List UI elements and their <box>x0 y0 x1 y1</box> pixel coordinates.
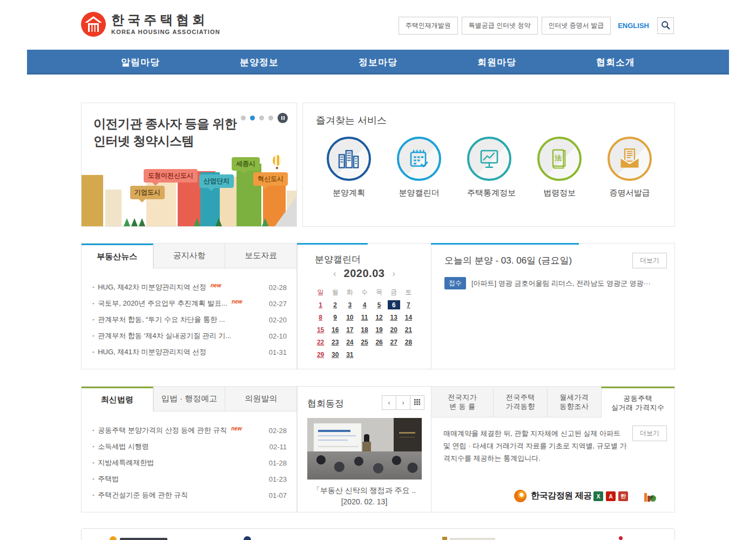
hero-carousel[interactable]: 이전기관 종사자 등을 위한 인터넷 청약시스템 <box>81 103 297 227</box>
tab-monthly-rent-survey[interactable]: 월세가격 동향조사 <box>547 387 601 417</box>
news-item-title[interactable]: 관계부처 합동, “투기 수요 차단을 통한 ... <box>92 315 225 325</box>
law-item-title[interactable]: 지방세특례제한법 <box>92 458 154 468</box>
utility-link-hrd[interactable]: 주택인재개발원 <box>399 17 458 35</box>
tab-member-proposals[interactable]: 의원발의 <box>225 387 296 411</box>
calendar-day[interactable]: 4 <box>359 300 369 309</box>
calendar-day[interactable]: 21 <box>403 325 414 334</box>
calendar-day[interactable]: 7 <box>403 300 414 309</box>
calendar-day[interactable]: 13 <box>389 313 399 322</box>
calendar-day[interactable]: 2 <box>330 300 340 309</box>
calendar-day[interactable]: 11 <box>359 313 369 322</box>
association-grid-button[interactable] <box>410 395 424 410</box>
news-item[interactable]: 관계부처 합동, “투기 수요 차단을 통한 ... 02-20 <box>92 312 287 328</box>
calendar-day[interactable]: 15 <box>315 325 326 334</box>
partner-logo[interactable] <box>442 536 495 540</box>
carousel-dot-4[interactable] <box>268 116 273 120</box>
excel-icon[interactable]: X <box>593 491 603 501</box>
tab-legislation-notice[interactable]: 입법 · 행정예고 <box>153 387 225 411</box>
calendar-day-selected[interactable]: 6 <box>388 300 400 309</box>
news-item-title[interactable]: 관계부처 합동 ‘제4차 실내공기질 관리 기... <box>92 331 231 341</box>
chart-stats-icon[interactable] <box>644 491 656 502</box>
calendar-day[interactable]: 31 <box>345 350 355 359</box>
news-item[interactable]: HUG, 제41차 미분양관리지역 선정 01-31 <box>92 344 287 360</box>
today-more-button[interactable]: 더보기 <box>632 253 667 268</box>
law-item[interactable]: 공동주택 분양가격의 산정 등에 관한 규칙 new 02-28 <box>92 422 287 438</box>
calendar-next-button[interactable]: › <box>392 269 395 278</box>
news-item[interactable]: 국토부, 2020년 주요업무 추진계획 발표... new 02-27 <box>92 295 287 312</box>
calendar-day[interactable]: 5 <box>374 300 384 309</box>
law-item[interactable]: 주택법 01-23 <box>92 471 287 487</box>
calendar-day[interactable]: 24 <box>345 338 355 347</box>
calendar-day[interactable]: 29 <box>315 350 326 359</box>
nav-item-sales-info[interactable]: 분양정보 <box>200 50 319 75</box>
law-item-title[interactable]: 주택법 <box>92 474 119 484</box>
calendar-day[interactable]: 9 <box>330 313 340 322</box>
calendar-day[interactable]: 19 <box>374 325 384 334</box>
carousel-dot-1[interactable] <box>241 116 246 120</box>
partner-logo[interactable] <box>244 536 251 540</box>
news-item[interactable]: 관계부처 합동 ‘제4차 실내공기질 관리 기... 02-10 <box>92 328 287 344</box>
utility-link-certificate[interactable]: 인터넷 증명서 발급 <box>542 17 611 35</box>
law-item[interactable]: 주택건설기준 등에 관한 규칙 01-07 <box>92 487 287 503</box>
news-item-title[interactable]: HUG, 제42차 미분양관리지역 선정 <box>92 282 206 292</box>
calendar-day[interactable]: 25 <box>359 338 369 347</box>
nav-item-info[interactable]: 정보마당 <box>319 50 437 75</box>
search-button[interactable] <box>657 17 674 34</box>
today-sales-item[interactable]: 접수 [아파트] 영광 금호어울림 리더스, 전라남도 영광군 영광··· <box>444 277 651 289</box>
partner-logo[interactable] <box>110 536 167 540</box>
partner-logo[interactable] <box>619 536 623 540</box>
calendar-day[interactable]: 12 <box>374 313 384 322</box>
association-caption[interactable]: 「부동산 신탁의 쟁점과 주요 .. [2020. 02. 13] <box>298 485 431 508</box>
nav-item-about[interactable]: 협회소개 <box>556 50 675 75</box>
calendar-day[interactable]: 3 <box>345 300 355 309</box>
law-item-title[interactable]: 소득세법 시행령 <box>92 442 149 451</box>
service-law-info[interactable]: 法 법령정보 <box>537 137 582 198</box>
carousel-dot-2-active[interactable] <box>250 116 255 120</box>
calendar-day[interactable]: 18 <box>359 325 369 334</box>
service-housing-statistics[interactable]: 주택통계정보 <box>467 137 511 198</box>
association-photo[interactable] <box>307 418 422 480</box>
nav-item-member[interactable]: 회원마당 <box>437 50 556 75</box>
law-item[interactable]: 지방세특례제한법 01-28 <box>92 455 287 471</box>
calendar-day[interactable]: 23 <box>330 338 340 347</box>
news-item[interactable]: HUG, 제42차 미분양관리지역 선정 new 02-28 <box>92 279 287 295</box>
calendar-day[interactable]: 8 <box>315 313 326 322</box>
calendar-day[interactable]: 10 <box>345 313 355 322</box>
calendar-day[interactable]: 14 <box>403 313 414 322</box>
law-item[interactable]: 소득세법 시행령 02-11 <box>92 438 287 455</box>
site-logo[interactable]: 한국주택협회 KOREA HOUSING ASSOCIATION <box>81 12 220 37</box>
nav-item-notice[interactable]: 알림마당 <box>81 50 200 75</box>
carousel-pause-button[interactable] <box>278 113 288 123</box>
calendar-day[interactable]: 30 <box>330 350 340 359</box>
utility-link-special-supply[interactable]: 특별공급 인터넷 청약 <box>462 17 538 35</box>
calendar-prev-button[interactable]: ‹ <box>333 269 336 278</box>
association-next-button[interactable]: › <box>396 395 410 410</box>
calendar-day[interactable]: 27 <box>389 338 399 347</box>
tab-house-price-trend[interactable]: 전국주택 가격동향 <box>493 387 547 417</box>
pdf-icon[interactable]: A <box>606 491 616 501</box>
carousel-dot-3[interactable] <box>259 116 264 120</box>
service-certificate-issue[interactable]: 증명서발급 <box>608 137 652 198</box>
today-item-text[interactable]: [아파트] 영광 금호어울림 리더스, 전라남도 영광군 영광··· <box>471 279 651 288</box>
association-prev-button[interactable]: ‹ <box>382 395 396 410</box>
english-link[interactable]: ENGLISH <box>618 22 649 30</box>
tab-notices[interactable]: 공지사항 <box>153 244 225 268</box>
calendar-day[interactable]: 26 <box>374 338 384 347</box>
news-item-title[interactable]: HUG, 제41차 미분양관리지역 선정 <box>92 347 206 357</box>
calendar-day[interactable]: 20 <box>389 325 399 334</box>
tab-land-price-index[interactable]: 전국지가 변 동 률 <box>431 387 493 417</box>
tab-latest-laws[interactable]: 최신법령 <box>82 387 153 411</box>
law-item-title[interactable]: 주택건설기준 등에 관한 규칙 <box>92 490 188 500</box>
tab-press-releases[interactable]: 보도자료 <box>225 244 296 268</box>
law-item-title[interactable]: 공동주택 분양가격의 산정 등에 관한 규칙 <box>92 426 227 435</box>
tab-apartment-transaction-index[interactable]: 공동주택 실거래 가격지수 <box>601 387 674 417</box>
calendar-day[interactable]: 22 <box>315 338 326 347</box>
service-sales-plan[interactable]: 분양계획 <box>327 137 371 198</box>
service-sales-calendar[interactable]: 분양캘린더 <box>397 137 441 198</box>
hwp-icon[interactable]: 한 <box>618 491 628 501</box>
statistics-more-button[interactable]: 더보기 <box>632 426 667 441</box>
tab-realestate-news[interactable]: 부동산뉴스 <box>82 244 153 268</box>
calendar-day[interactable]: 16 <box>330 325 340 334</box>
calendar-day[interactable]: 17 <box>345 325 355 334</box>
news-item-title[interactable]: 국토부, 2020년 주요업무 추진계획 발표... <box>92 299 227 308</box>
